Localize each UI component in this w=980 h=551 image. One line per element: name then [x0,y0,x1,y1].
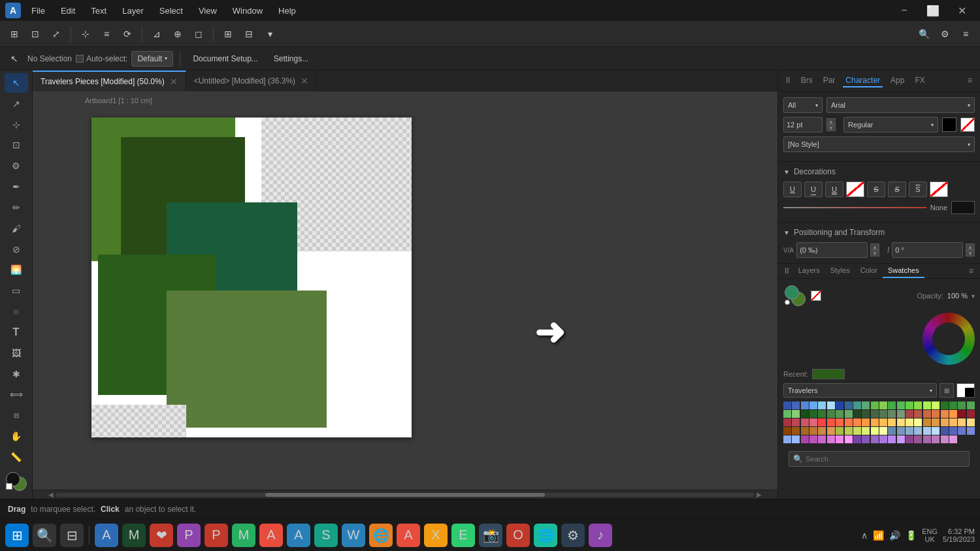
rectangle-tool[interactable]: ▭ [5,281,28,300]
color-cell[interactable] [818,401,826,409]
color-cell[interactable] [862,401,870,409]
menu-view[interactable]: View [196,5,220,17]
network-icon[interactable]: 📶 [873,530,884,541]
color-cell[interactable] [862,435,870,443]
mirror-tool[interactable]: ⟺ [5,385,28,404]
pencil-tool[interactable]: ✏ [5,198,28,217]
positioning-header[interactable]: ▼ Positioning and Transform [783,228,975,237]
photo-tool[interactable]: 🌅 [5,260,28,279]
app-switcher-icon[interactable]: ⊞ [5,25,24,43]
search-input[interactable] [806,455,965,463]
green-shape-5[interactable] [167,291,327,428]
color-cell[interactable] [941,427,949,435]
color-cell[interactable] [809,427,817,435]
taskbar-app9-icon[interactable]: S [314,524,338,547]
taskbar-app15-icon[interactable]: O [506,524,530,547]
menu-text[interactable]: Text [88,5,109,17]
color-cell[interactable] [949,418,957,426]
sample-color-tool[interactable]: ✱ [5,364,28,384]
node-tool[interactable]: ↗ [5,94,28,114]
color-cell[interactable] [827,435,835,443]
taskbar-app8-icon[interactable]: A [287,524,310,547]
color-cell[interactable] [906,435,913,443]
default-dropdown[interactable]: Default ▾ [131,51,173,67]
color-wheel[interactable] [923,313,975,365]
tab-untitled[interactable]: <Untitled> [Modified] (36.3%) ✕ [186,71,317,91]
settings-icon[interactable]: ⚙ [936,25,954,43]
color-cell[interactable] [897,410,905,418]
color-cell[interactable] [818,418,826,426]
taskbar-app16-icon[interactable]: 🌐 [534,524,557,547]
start-button[interactable]: ⊞ [5,524,29,547]
task-view-btn[interactable]: ⊟ [60,524,84,547]
taskbar-app2-icon[interactable]: M [122,524,146,547]
crop-tool[interactable]: ⊡ [5,135,28,155]
export-icon[interactable]: ⤢ [47,25,65,43]
color-tab[interactable]: Color [855,264,883,278]
panel-tab-app[interactable]: App [888,74,907,87]
close-button[interactable]: ✕ [949,1,975,20]
color-selector[interactable] [3,469,29,494]
color-cell[interactable] [923,418,931,426]
color-cell[interactable] [827,401,835,409]
font-size-down[interactable]: ▼ [826,125,836,131]
color-cell[interactable] [923,427,931,435]
color-cell[interactable] [809,401,817,409]
tab-untitled-close[interactable]: ✕ [301,76,308,86]
color-cell[interactable] [897,401,905,409]
color-cell[interactable] [783,418,791,426]
color-cell[interactable] [783,427,791,435]
color-cell[interactable] [853,427,861,435]
swatches-fg-bg[interactable] [956,383,975,398]
color-cell[interactable] [792,410,800,418]
select-tool-left[interactable]: ↖ [5,73,28,93]
taskbar-app6-icon[interactable]: M [232,524,255,547]
color-cell[interactable] [836,435,843,443]
canvas-area[interactable]: Artboard1 [1 : 10 cm] ➜ [33,91,777,490]
studio-icon[interactable]: ⊡ [26,25,44,43]
color-cell[interactable] [809,435,817,443]
deco-color2-btn[interactable] [930,181,948,197]
color-cell[interactable] [941,418,949,426]
zoom-icon[interactable]: 🔍 [915,25,933,43]
transform-tool[interactable]: ⊹ [5,115,28,134]
swatches-tab[interactable]: Swatches [883,264,924,278]
strikethrough3-btn[interactable]: S [909,181,927,197]
panel-collapse-left[interactable]: II [781,264,793,278]
scroll-thumb[interactable] [265,493,544,497]
color-cell[interactable] [845,427,853,435]
color-cell[interactable] [949,427,957,435]
menu-window[interactable]: Window [230,5,265,17]
color-cell[interactable] [818,410,826,418]
color-cell[interactable] [853,410,861,418]
color-cell[interactable] [949,435,957,443]
boolean-icon[interactable]: ⊕ [169,25,187,43]
color-cell[interactable] [932,427,939,435]
taskbar-app7-icon[interactable]: A [259,524,283,547]
color-cell[interactable] [914,401,922,409]
color-cell[interactable] [783,435,791,443]
geometry-icon[interactable]: ◻ [189,25,208,43]
va-up[interactable]: ▲ [870,244,879,250]
color-cell[interactable] [862,418,870,426]
transform-icon[interactable]: ⟳ [118,25,137,43]
color-cell[interactable] [809,418,817,426]
color-cell[interactable] [871,418,879,426]
color-cell[interactable] [958,401,966,409]
color-cell[interactable] [845,410,853,418]
font-size-up[interactable]: ▲ [826,118,836,125]
color-cell[interactable] [923,435,931,443]
color-cell[interactable] [888,401,896,409]
color-cell[interactable] [941,435,949,443]
style-none-dropdown[interactable]: [No Style] ▾ [783,136,975,152]
color-cell[interactable] [845,418,853,426]
color-cell[interactable] [871,410,879,418]
brush-tool[interactable]: 🖌 [5,219,28,238]
color-cell[interactable] [906,418,913,426]
pen-tool[interactable]: ✒ [5,177,28,197]
color-cell[interactable] [871,427,879,435]
font-size-input[interactable]: 12 pt [783,117,823,133]
grid-icon[interactable]: ⊹ [76,25,95,43]
more-icon[interactable]: ▾ [261,25,279,43]
select-tool[interactable]: ↖ [5,50,24,68]
